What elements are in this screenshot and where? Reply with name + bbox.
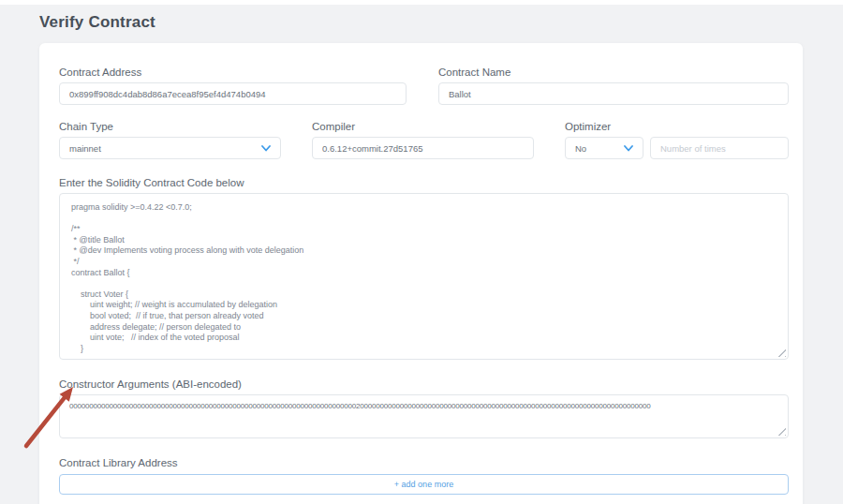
optimizer-label: Optimizer bbox=[565, 120, 789, 133]
solidity-code-label: Enter the Solidity Contract Code below bbox=[59, 176, 789, 189]
contract-address-input[interactable] bbox=[59, 82, 407, 105]
solidity-code-textarea[interactable]: pragma solidity >=0.4.22 <0.7.0; /** * @… bbox=[59, 193, 789, 360]
add-one-more-button[interactable]: + add one more bbox=[59, 474, 789, 495]
top-white-strip bbox=[0, 0, 843, 5]
chain-type-selected-value: mainnet bbox=[69, 143, 101, 154]
contract-name-input[interactable] bbox=[438, 82, 789, 105]
compiler-input[interactable] bbox=[312, 137, 534, 159]
chain-type-label: Chain Type bbox=[59, 120, 281, 133]
optimizer-selected-value: No bbox=[575, 143, 586, 154]
compiler-label: Compiler bbox=[312, 120, 534, 133]
contract-library-label: Contract Library Address bbox=[59, 456, 789, 469]
constructor-args-label: Constructor Arguments (ABI-encoded) bbox=[59, 378, 789, 391]
contract-address-label: Contract Address bbox=[59, 66, 407, 79]
constructor-args-textarea[interactable]: 0000000000000000000000000000000000000000… bbox=[59, 394, 789, 438]
optimizer-times-input[interactable] bbox=[650, 137, 789, 159]
page-title: Verify Contract bbox=[39, 13, 155, 32]
chain-type-select[interactable]: mainnet bbox=[59, 137, 281, 159]
chevron-down-icon bbox=[624, 145, 633, 152]
chevron-down-icon bbox=[261, 145, 271, 152]
verify-contract-card: Contract Address Contract Name Chain Typ… bbox=[39, 43, 803, 504]
optimizer-select[interactable]: No bbox=[565, 137, 643, 159]
contract-name-label: Contract Name bbox=[438, 66, 789, 79]
